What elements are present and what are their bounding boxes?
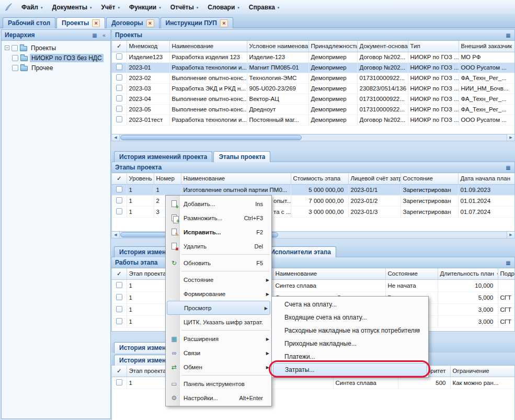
menubar-item[interactable]: Функции▾	[124, 2, 166, 13]
row-checkbox[interactable]	[116, 85, 122, 91]
tree-checkbox[interactable]	[12, 65, 18, 71]
menu-item[interactable]: Формирование▶	[166, 287, 271, 301]
menu-item[interactable]: Добавить...Ins	[166, 197, 271, 211]
column-header[interactable]: Ограничение	[450, 366, 515, 377]
select-all-header[interactable]: ✓	[112, 268, 127, 279]
menu-item[interactable]: Счета на оплату...	[272, 298, 428, 311]
tree-checkbox[interactable]	[12, 55, 18, 61]
menubar-item[interactable]: Документы▾	[47, 2, 96, 13]
select-all-header[interactable]: ✓	[112, 366, 127, 377]
find-icon[interactable]: ▦	[90, 31, 99, 39]
menu-item[interactable]: Просмотр▶	[167, 301, 270, 315]
table-row[interactable]: 2023-04Выполнение опытно-конс...Вектор-А…	[112, 94, 515, 104]
menu-item[interactable]: ▦Расширения▶	[166, 332, 271, 346]
menubar-item[interactable]: Учёт▾	[96, 2, 124, 13]
column-header[interactable]: Дата начала план	[458, 173, 515, 184]
row-checkbox[interactable]	[116, 186, 122, 192]
scroll-left-icon[interactable]: ◀	[112, 232, 120, 238]
tab[interactable]: Инструкции ПУП×	[161, 17, 233, 28]
tab[interactable]: Исполнители этапа	[265, 246, 336, 257]
menu-item[interactable]: ЦИТК. Указать шифр затрат...	[166, 315, 271, 329]
tab-close-icon[interactable]: ×	[220, 19, 228, 27]
tab[interactable]: Договоры×	[106, 17, 159, 28]
scrollbar-thumb[interactable]	[120, 135, 302, 140]
column-header[interactable]: Наименование	[181, 173, 291, 184]
column-header[interactable]: Наименование	[273, 268, 385, 279]
scroll-left-icon[interactable]: ◀	[112, 134, 120, 141]
tab[interactable]: Рабочий стол	[3, 17, 55, 28]
row-checkbox[interactable]	[116, 95, 122, 101]
menu-item[interactable]: Исправить...F2	[166, 225, 271, 239]
row-checkbox[interactable]	[116, 318, 122, 324]
scroll-right-icon[interactable]: ▶	[507, 134, 514, 141]
row-checkbox[interactable]	[116, 208, 122, 214]
select-all-header[interactable]: ✓	[112, 173, 127, 184]
menu-item[interactable]: УдалитьDel	[166, 239, 271, 253]
tab[interactable]: Проекты×	[56, 17, 105, 28]
row-checkbox[interactable]	[116, 197, 122, 203]
column-header[interactable]: Документ-основан	[357, 41, 408, 52]
row-checkbox[interactable]	[116, 64, 122, 70]
menubar-item[interactable]: Файл▾	[17, 2, 47, 13]
table-row[interactable]: 2023-01Разработка технологии и...Магнит …	[112, 62, 515, 73]
select-all-header[interactable]: ✓	[112, 41, 127, 52]
row-checkbox[interactable]	[116, 116, 122, 122]
table-row[interactable]: Изделие123Разработка изделия 123Изделие-…	[112, 52, 515, 62]
panel-options-icon[interactable]: ▦	[504, 259, 512, 267]
menubar-item[interactable]: Справка▾	[244, 2, 284, 13]
row-checkbox[interactable]	[116, 53, 122, 60]
column-header[interactable]: Длительность план▼	[438, 268, 498, 279]
collapse-sidebar-icon[interactable]: «	[100, 31, 108, 39]
column-header[interactable]: Уровень	[127, 173, 154, 184]
menu-item[interactable]: Приходные накладные...	[272, 337, 428, 350]
menu-item[interactable]: ⇄Обмен▶	[166, 360, 271, 374]
column-header[interactable]: Наименование	[169, 41, 247, 52]
menu-item[interactable]: ⚙Настройки...Alt+Enter	[166, 391, 271, 405]
column-header[interactable]: Состояние	[385, 268, 438, 279]
expand-toggle-icon[interactable]: −	[5, 46, 9, 50]
menu-item[interactable]: Затраты...	[273, 363, 427, 376]
panel-options-icon[interactable]: ▦	[504, 31, 512, 39]
tree-item[interactable]: −Проекты	[2, 43, 110, 53]
table-row[interactable]: 2023-05Выполнение опытно-конс...Дредноут…	[112, 104, 515, 115]
column-header[interactable]: Тип	[408, 41, 459, 52]
table-row[interactable]: 11Изготовление опытной партии ПМ0...5 00…	[112, 184, 515, 195]
column-header[interactable]: Условное наименова	[247, 41, 308, 52]
tab[interactable]: История изменений проекта	[114, 151, 212, 162]
column-header[interactable]: Состояние	[400, 173, 458, 184]
column-header[interactable]: Внешний заказчик	[459, 41, 515, 52]
menubar-item[interactable]: Отчёты▾	[166, 2, 203, 13]
menu-item[interactable]: Входящие счета на оплату...	[272, 311, 428, 324]
menu-item[interactable]: Платежи...	[272, 350, 428, 363]
table-row[interactable]: 2023-01тестРазработка технологии и...Пос…	[112, 115, 515, 125]
row-checkbox[interactable]	[116, 282, 122, 288]
column-header[interactable]: Принадлежность	[308, 41, 357, 52]
row-checkbox[interactable]	[116, 106, 122, 112]
row-checkbox[interactable]	[116, 74, 122, 81]
column-header[interactable]: Лицевой счёт затрат	[348, 173, 400, 184]
tree-checkbox[interactable]	[12, 45, 18, 51]
row-checkbox[interactable]	[116, 294, 122, 300]
tab[interactable]: Этапы проекта	[213, 151, 270, 162]
row-checkbox[interactable]	[116, 379, 122, 385]
projects-hscrollbar[interactable]: ◀ ▶	[111, 134, 515, 141]
table-row[interactable]: 2023-02Выполнение опытно-конс...Технолог…	[112, 73, 515, 83]
scroll-right-icon[interactable]: ▶	[507, 232, 514, 238]
menu-item[interactable]: Расходные накладные на отпуск потребител…	[272, 324, 428, 337]
tab-close-icon[interactable]: ×	[146, 19, 154, 27]
menu-item[interactable]: Размножить...Ctrl+F3	[166, 211, 271, 225]
menu-item[interactable]: Состояние▶	[166, 273, 271, 287]
tab-close-icon[interactable]: ×	[92, 19, 100, 27]
menu-item[interactable]: ▭Панель инструментов	[166, 377, 271, 391]
tree-item[interactable]: НИОКР по ГОЗ без НДС	[2, 53, 110, 63]
column-header[interactable]: Стоимость этапа	[291, 173, 348, 184]
panel-options-icon[interactable]: ▦	[504, 164, 512, 172]
menu-item[interactable]: ∞Связи▶	[166, 346, 271, 360]
column-header[interactable]: Подр...	[498, 268, 515, 279]
tree-item[interactable]: Прочее	[2, 63, 110, 73]
table-row[interactable]: 2023-03Разработка ЭКД и РКД н...905-U020…	[112, 83, 515, 94]
column-header[interactable]: Мнемокод	[127, 41, 169, 52]
menubar-item[interactable]: Словари▾	[203, 2, 244, 13]
row-checkbox[interactable]	[116, 306, 122, 312]
menu-item[interactable]: ↻ОбновитьF5	[166, 256, 271, 270]
